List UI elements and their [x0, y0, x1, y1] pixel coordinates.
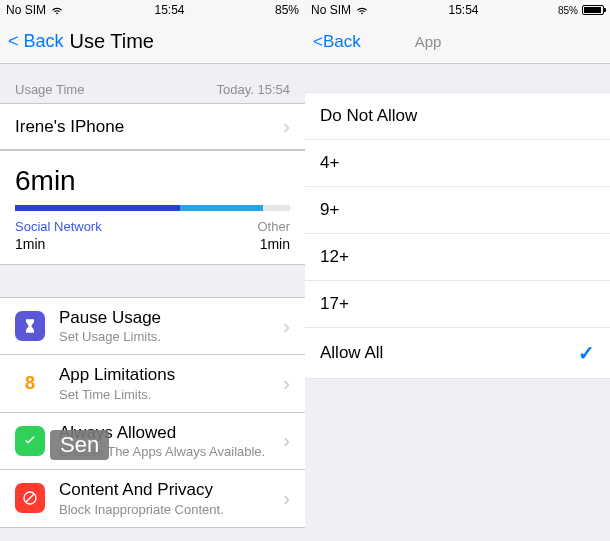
section-label: Usage Time: [15, 82, 84, 97]
option-label: Do Not Allow: [320, 106, 417, 126]
svg-line-1: [26, 494, 34, 502]
page-title: Use Time: [70, 30, 154, 53]
wifi-icon: [50, 2, 64, 19]
menu-item-title: App Limitations: [59, 365, 269, 385]
option-label: Allow All: [320, 343, 383, 363]
device-cell[interactable]: Irene's IPhone ›: [0, 103, 305, 150]
device-name: Irene's IPhone: [15, 117, 124, 137]
menu-item-sub: Choose The Apps Always Available.: [59, 444, 269, 459]
battery-percent: 85%: [275, 3, 299, 17]
carrier-label: No SIM: [6, 3, 46, 17]
chevron-right-icon: ›: [283, 115, 290, 138]
option-9plus[interactable]: 9+: [305, 187, 610, 234]
timer-icon: 8: [15, 369, 45, 399]
nav-bar-right: <Back App: [305, 20, 610, 64]
hourglass-icon: [15, 311, 45, 341]
option-label: 12+: [320, 247, 349, 267]
wifi-icon: [355, 2, 369, 19]
age-rating-list: Do Not Allow 4+ 9+ 12+ 17+ Allow All ✓: [305, 92, 610, 379]
chevron-right-icon: ›: [283, 372, 290, 395]
menu-item-sub: Set Usage Limits.: [59, 329, 269, 344]
page-title: App: [415, 33, 442, 50]
status-bar-right: No SIM 15:54 85%: [305, 0, 610, 20]
menu-item-sub: Block Inappropriate Content.: [59, 502, 269, 517]
category-other: Other: [257, 219, 290, 234]
clock-label: 15:54: [448, 3, 478, 17]
section-date: Today. 15:54: [217, 82, 290, 97]
category-social: Social Network: [15, 219, 102, 234]
menu-item-title: Pause Usage: [59, 308, 269, 328]
back-button[interactable]: < Back: [8, 31, 64, 52]
battery-icon: [582, 5, 604, 15]
clock-label: 15:54: [154, 3, 184, 17]
menu-content-privacy[interactable]: Content And Privacy Block Inappropriate …: [0, 469, 305, 527]
section-header-usage: Usage Time Today. 15:54: [0, 64, 305, 103]
chevron-right-icon: ›: [283, 315, 290, 338]
no-entry-icon: [15, 483, 45, 513]
category-social-time: 1min: [15, 236, 102, 252]
option-12plus[interactable]: 12+: [305, 234, 610, 281]
usage-summary: 6min Social Network 1min Other 1min: [0, 150, 305, 265]
menu-always-allowed[interactable]: Always Allowed Choose The Apps Always Av…: [0, 412, 305, 469]
menu-item-title: Always Allowed: [59, 423, 269, 443]
option-17plus[interactable]: 17+: [305, 281, 610, 328]
option-label: 9+: [320, 200, 339, 220]
nav-bar-left: < Back Use Time: [0, 20, 305, 64]
option-label: 4+: [320, 153, 339, 173]
total-time: 6min: [15, 165, 290, 197]
chevron-right-icon: ›: [283, 487, 290, 510]
chevron-right-icon: ›: [283, 429, 290, 452]
back-button[interactable]: <Back: [313, 32, 361, 52]
usage-progress-bar: [15, 205, 290, 211]
option-label: 17+: [320, 294, 349, 314]
battery-percent: 85%: [558, 5, 578, 16]
menu-item-sub: Set Time Limits.: [59, 387, 269, 402]
checkmark-icon: ✓: [578, 341, 595, 365]
check-icon: [15, 426, 45, 456]
menu-item-title: Content And Privacy: [59, 480, 269, 500]
option-do-not-allow[interactable]: Do Not Allow: [305, 92, 610, 140]
category-other-time: 1min: [257, 236, 290, 252]
option-allow-all[interactable]: Allow All ✓: [305, 328, 610, 379]
menu-app-limitations[interactable]: 8 App Limitations Set Time Limits. ›: [0, 354, 305, 411]
option-4plus[interactable]: 4+: [305, 140, 610, 187]
menu-pause-usage[interactable]: Pause Usage Set Usage Limits. ›: [0, 297, 305, 354]
status-bar-left: No SIM 15:54 85%: [0, 0, 305, 20]
settings-menu: Pause Usage Set Usage Limits. › 8 App Li…: [0, 297, 305, 528]
carrier-label: No SIM: [311, 3, 351, 17]
